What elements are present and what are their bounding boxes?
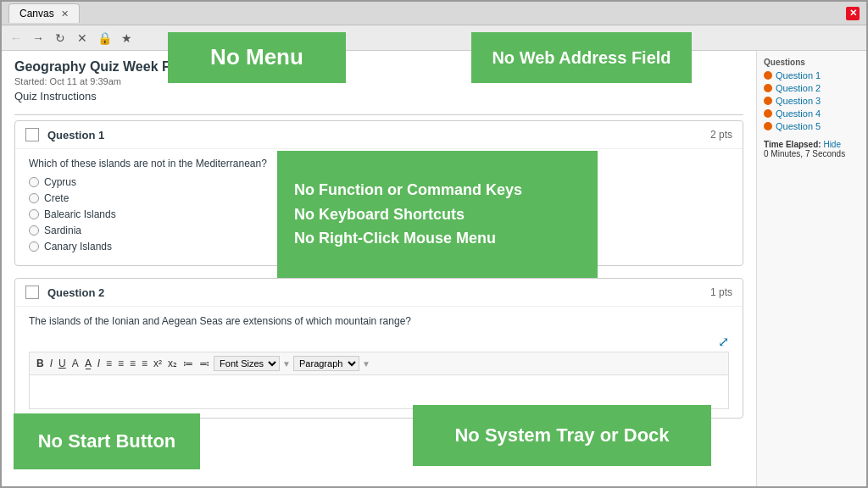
justify-button[interactable]: ≡ bbox=[140, 357, 149, 370]
sidebar-q4-label: Question 4 bbox=[776, 108, 821, 119]
font-size-button[interactable]: A̲ bbox=[83, 357, 93, 370]
resize-icon: ⤢ bbox=[718, 335, 729, 349]
tab-label: Canvas bbox=[19, 8, 54, 19]
align-right-button[interactable]: ≡ bbox=[128, 357, 137, 370]
time-value: 0 Minutes, 7 Seconds bbox=[764, 149, 860, 158]
list-item: Cyprus bbox=[29, 176, 729, 188]
question-1-text: Which of these islands are not in the Me… bbox=[29, 158, 729, 169]
sidebar-item-q4[interactable]: Question 4 bbox=[764, 108, 860, 119]
list-item: Canary Islands bbox=[29, 241, 729, 252]
q1-dot bbox=[764, 71, 772, 80]
sidebar-section-title: Questions bbox=[764, 58, 860, 67]
browser-notice: dus LockDown Browser bbox=[177, 61, 293, 74]
option-crete: Crete bbox=[44, 192, 69, 204]
sidebar-q5-label: Question 5 bbox=[776, 121, 821, 131]
browser-tab[interactable]: Canvas ✕ bbox=[8, 3, 80, 23]
list-item: Crete bbox=[29, 192, 729, 204]
main-content: Geography Quiz Week F dus LockDown Brows… bbox=[2, 51, 756, 488]
question-2-title: Question 2 bbox=[47, 286, 710, 299]
time-elapsed-section: Time Elapsed: Hide 0 Minutes, 7 Seconds bbox=[764, 140, 860, 158]
question-1-pts: 2 pts bbox=[710, 129, 732, 141]
page-header: Geography Quiz Week F dus LockDown Brows… bbox=[14, 59, 743, 109]
browser-close-button[interactable]: ✕ bbox=[846, 7, 860, 20]
sidebar-item-q1[interactable]: Question 1 bbox=[764, 70, 860, 80]
header-divider bbox=[14, 114, 743, 115]
font-color-button[interactable]: A bbox=[70, 357, 81, 370]
list-unordered-button[interactable]: ≔ bbox=[181, 357, 195, 370]
option-canary: Canary Islands bbox=[44, 241, 112, 252]
align-center-button[interactable]: ≡ bbox=[116, 357, 125, 370]
question-1-title: Question 1 bbox=[47, 129, 710, 141]
question-2-header: Question 2 1 pts bbox=[15, 279, 743, 307]
list-item: Sardinia bbox=[29, 225, 729, 236]
time-elapsed-label: Time Elapsed: bbox=[764, 140, 823, 149]
radio-cyprus[interactable] bbox=[29, 177, 39, 187]
bold-button[interactable]: B bbox=[35, 357, 46, 370]
list-item: Balearic Islands bbox=[29, 208, 729, 220]
q3-dot bbox=[764, 97, 772, 105]
started-label: Started: Oct 11 at 9:39am bbox=[14, 76, 743, 86]
question-2-pts: 1 pts bbox=[710, 286, 732, 298]
radio-canary[interactable] bbox=[29, 241, 39, 252]
page-title: Geography Quiz Week F bbox=[14, 59, 170, 75]
back-button[interactable]: ← bbox=[7, 29, 25, 47]
q4-dot bbox=[764, 109, 772, 118]
question-2-body: The islands of the Ionian and Aegean Sea… bbox=[15, 307, 743, 418]
stop-button[interactable]: ✕ bbox=[73, 29, 92, 47]
italic2-button[interactable]: I bbox=[96, 357, 102, 370]
tab-close-icon[interactable]: ✕ bbox=[61, 8, 69, 19]
question-2-checkbox[interactable] bbox=[25, 286, 39, 299]
quiz-instructions-label: Quiz Instructions bbox=[14, 90, 743, 103]
editor-area[interactable] bbox=[29, 375, 729, 409]
sidebar-item-q5[interactable]: Question 5 bbox=[764, 121, 860, 131]
question-2-text: The islands of the Ionian and Aegean Sea… bbox=[29, 315, 729, 327]
question-1-body: Which of these islands are not in the Me… bbox=[15, 149, 743, 265]
question-2-card: Question 2 1 pts The islands of the Ioni… bbox=[14, 278, 743, 419]
question-1-options: Cyprus Crete Balearic Islands bbox=[29, 176, 729, 252]
sidebar: Questions Question 1 Question 2 Question… bbox=[756, 51, 866, 488]
editor-toolbar: B I U A A̲ I ≡ ≡ ≡ ≡ x² x₂ ≔ bbox=[29, 352, 729, 375]
list-ordered-button[interactable]: ≕ bbox=[198, 357, 211, 370]
hide-link[interactable]: Hide bbox=[823, 140, 841, 149]
paragraph-select[interactable]: Paragraph bbox=[293, 356, 359, 371]
question-1-card: Question 1 2 pts Which of these islands … bbox=[14, 120, 743, 266]
sidebar-item-q2[interactable]: Question 2 bbox=[764, 83, 860, 93]
underline-button[interactable]: U bbox=[57, 357, 68, 370]
forward-button[interactable]: → bbox=[29, 29, 47, 47]
lock-icon: 🔒 bbox=[95, 29, 114, 47]
sidebar-q1-label: Question 1 bbox=[776, 70, 821, 80]
radio-sardinia[interactable] bbox=[29, 225, 39, 236]
option-cyprus: Cyprus bbox=[44, 176, 76, 188]
radio-balearic[interactable] bbox=[29, 209, 39, 219]
reload-button[interactable]: ↻ bbox=[51, 29, 70, 47]
option-sardinia: Sardinia bbox=[44, 225, 81, 236]
sidebar-q2-label: Question 2 bbox=[776, 83, 821, 93]
question-1-checkbox[interactable] bbox=[25, 128, 39, 141]
browser-toolbar: ← → ↻ ✕ 🔒 ★ bbox=[2, 25, 866, 51]
browser-titlebar: Canvas ✕ ✕ bbox=[2, 2, 866, 25]
content-area: Geography Quiz Week F dus LockDown Brows… bbox=[2, 51, 866, 488]
q2-dot bbox=[764, 84, 772, 92]
sidebar-item-q3[interactable]: Question 3 bbox=[764, 96, 860, 106]
font-sizes-select[interactable]: Font Sizes bbox=[214, 356, 280, 371]
sidebar-q3-label: Question 3 bbox=[776, 96, 821, 106]
q5-dot bbox=[764, 122, 772, 130]
superscript-button[interactable]: x² bbox=[152, 357, 164, 370]
question-1-header: Question 1 2 pts bbox=[15, 121, 743, 149]
italic-button[interactable]: I bbox=[48, 357, 54, 370]
option-balearic: Balearic Islands bbox=[44, 208, 116, 220]
bookmark-icon: ★ bbox=[117, 29, 136, 47]
align-left-button[interactable]: ≡ bbox=[104, 357, 114, 370]
subscript-button[interactable]: x₂ bbox=[166, 357, 179, 370]
radio-crete[interactable] bbox=[29, 193, 39, 203]
